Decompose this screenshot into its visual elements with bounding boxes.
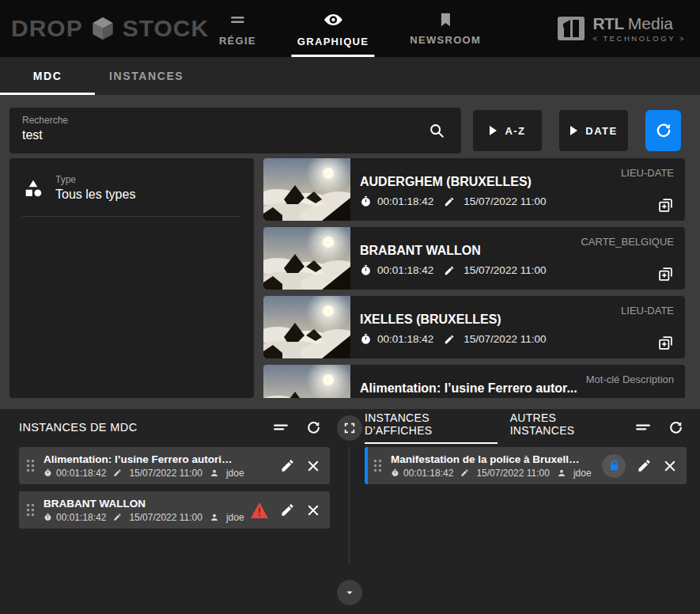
tab-instances[interactable]: INSTANCES	[95, 57, 198, 95]
close-icon[interactable]	[306, 503, 320, 517]
instance-title: Manifestation de la police à Bruxelles	[391, 453, 581, 465]
toolbar: Recherche test A-Z DATE	[9, 108, 681, 154]
media-thumbnail	[263, 365, 350, 398]
pencil-icon	[113, 468, 122, 477]
media-card[interactable]: BRABANT WALLON 00:01:18:42 15/07/2022 11…	[263, 227, 685, 290]
main-nav: RÉGIE GRAPHIQUE NEWSROOM	[214, 0, 486, 57]
add-to-library-icon[interactable]	[657, 197, 674, 214]
chevron-down-icon	[344, 587, 355, 598]
media-card-body: IXELLES (BRUXELLES) 00:01:18:42 15/07/20…	[350, 296, 685, 358]
pencil-icon	[444, 196, 455, 207]
media-tag: LIEU-DATE	[621, 305, 674, 316]
sort-icon[interactable]	[272, 419, 289, 436]
instance-text: Alimentation: l’usine Ferrero autoris...…	[44, 453, 244, 479]
fullscreen-button[interactable]	[337, 415, 362, 441]
instances-bottom-panel: INSTANCES DE MDC	[0, 409, 700, 614]
media-card-body: AUDERGHEM (BRUXELLES) 00:01:18:42 15/07/…	[350, 158, 685, 221]
media-thumbnail	[263, 227, 350, 290]
nav-item-newsroom[interactable]: NEWSROOM	[404, 0, 486, 57]
media-thumbnail	[263, 158, 350, 221]
instance-user: jdoe	[226, 512, 244, 523]
instance-title: Alimentation: l’usine Ferrero autoris...	[44, 453, 233, 465]
nav-item-graphique[interactable]: GRAPHIQUE	[292, 0, 374, 57]
search-label: Recherche	[22, 115, 448, 126]
sort-icon[interactable]	[634, 419, 652, 436]
stopwatch-icon	[360, 195, 372, 207]
pencil-icon	[460, 468, 469, 477]
instances-affiches-list: Manifestation de la police à Bruxelles 0…	[349, 445, 700, 484]
logo-text-drop: DROP	[11, 15, 83, 42]
media-date: 15/07/2022 11:00	[464, 333, 546, 345]
brand-media: Media	[628, 14, 673, 33]
stopwatch-icon	[360, 333, 372, 345]
person-icon	[210, 468, 219, 478]
dropstock-logo: DROP STOCK	[11, 13, 209, 44]
cube-icon	[88, 13, 118, 44]
instance-text: Manifestation de la police à Bruxelles 0…	[391, 453, 592, 479]
search-icon[interactable]	[428, 122, 445, 139]
stopwatch-icon	[44, 513, 52, 521]
media-meta: 00:01:18:42 15/07/2022 11:00	[360, 195, 674, 207]
drag-handle-icon[interactable]	[25, 458, 36, 473]
edit-icon[interactable]	[280, 458, 295, 473]
collapse-panel-button[interactable]	[337, 580, 362, 605]
type-filter[interactable]: Type Tous les types	[22, 174, 241, 202]
tab-mdc[interactable]: MDC	[0, 57, 95, 95]
media-date: 15/07/2022 11:00	[464, 195, 546, 207]
instance-meta: 00:01:18:42 15/07/2022 11:00 jdoe	[391, 468, 592, 479]
tab-instances-affiches[interactable]: INSTANCES D’AFFICHES	[365, 411, 498, 444]
filter-divider	[22, 216, 241, 217]
refresh-icon	[654, 121, 673, 140]
instance-duration: 00:01:18:42	[403, 468, 453, 479]
brand-subtitle: < TECHNOLOGY >	[592, 34, 686, 43]
edit-icon[interactable]	[280, 502, 295, 517]
refresh-icon[interactable]	[305, 419, 322, 436]
add-to-library-icon[interactable]	[657, 335, 674, 351]
tab-label: INSTANCES	[109, 70, 184, 82]
media-card[interactable]: IXELLES (BRUXELLES) 00:01:18:42 15/07/20…	[263, 296, 685, 358]
media-title: IXELLES (BRUXELLES)	[360, 313, 621, 327]
type-filter-value: Tous les types	[55, 188, 135, 202]
drag-handle-icon[interactable]	[25, 502, 36, 517]
person-icon	[557, 468, 566, 478]
instances-mdc-header: INSTANCES DE MDC	[0, 409, 349, 445]
refresh-search-button[interactable]	[645, 110, 681, 151]
play-triangle-icon	[569, 126, 577, 135]
instance-row[interactable]: Manifestation de la police à Bruxelles 0…	[365, 447, 687, 484]
instance-date: 15/07/2022 11:00	[476, 468, 550, 479]
close-icon[interactable]	[663, 459, 677, 473]
instances-mdc-title: INSTANCES DE MDC	[19, 421, 138, 434]
search-input[interactable]: Recherche test	[9, 108, 461, 154]
lock-icon[interactable]	[602, 454, 626, 478]
tab-label: INSTANCES D’AFFICHES	[365, 411, 498, 437]
warning-icon[interactable]	[250, 502, 269, 519]
sort-date-button[interactable]: DATE	[559, 110, 628, 151]
sort-az-button[interactable]: A-Z	[473, 110, 542, 151]
instance-date: 15/07/2022 11:00	[129, 512, 202, 523]
instance-row[interactable]: BRABANT WALLON 00:01:18:42 15/07/2022 11…	[19, 491, 330, 529]
instance-user: jdoe	[573, 468, 592, 479]
instance-duration: 00:01:18:42	[56, 512, 106, 523]
media-title: AUDERGHEM (BRUXELLES)	[360, 175, 621, 189]
sort-az-label: A-Z	[505, 125, 525, 137]
edit-icon[interactable]	[637, 458, 652, 473]
add-to-library-icon[interactable]	[657, 266, 674, 282]
refresh-icon[interactable]	[668, 419, 684, 436]
close-icon[interactable]	[306, 459, 320, 473]
rtl-logo-icon	[557, 14, 585, 43]
media-card[interactable]: AUDERGHEM (BRUXELLES) 00:01:18:42 15/07/…	[263, 158, 685, 221]
tab-autres-instances[interactable]: AUTRES INSTANCES	[510, 411, 622, 444]
brand-text: RTL Media < TECHNOLOGY >	[592, 14, 686, 43]
instance-meta: 00:01:18:42 15/07/2022 11:00 jdoe	[44, 468, 244, 479]
instance-date: 15/07/2022 11:00	[129, 468, 202, 479]
media-list: AUDERGHEM (BRUXELLES) 00:01:18:42 15/07/…	[263, 158, 685, 398]
brand-rtl: RTL	[592, 14, 623, 33]
media-meta: 00:01:18:42 15/07/2022 11:00	[360, 333, 674, 345]
instance-meta: 00:01:18:42 15/07/2022 11:00 jdoe	[44, 512, 244, 523]
nav-label: GRAPHIQUE	[297, 36, 369, 47]
instance-row[interactable]: Alimentation: l’usine Ferrero autoris...…	[19, 447, 330, 484]
media-date: 15/07/2022 11:00	[464, 264, 546, 276]
drag-handle-icon[interactable]	[373, 458, 383, 473]
nav-item-regie[interactable]: RÉGIE	[214, 0, 262, 57]
media-card[interactable]: Alimentation: l’usine Ferrero autor... 0…	[263, 365, 685, 398]
